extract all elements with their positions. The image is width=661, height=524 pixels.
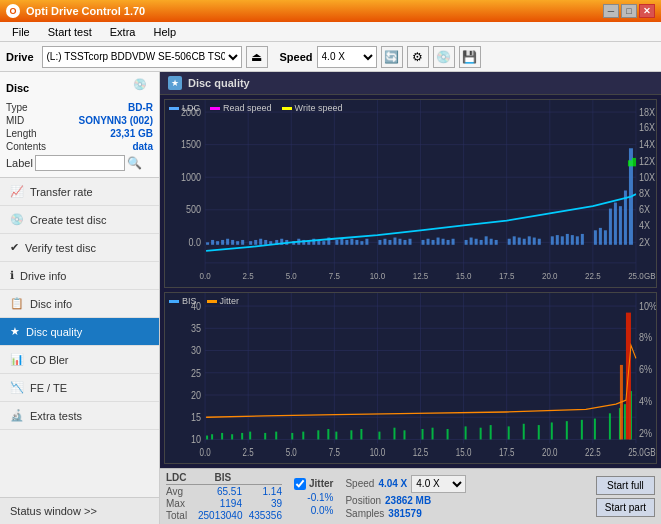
drive-info-icon: ℹ	[10, 269, 14, 282]
speed-select-sm[interactable]: 4.0 X	[411, 475, 466, 493]
svg-rect-110	[594, 230, 597, 244]
legend-read-speed: Read speed	[210, 103, 272, 113]
titlebar-controls[interactable]: ─ □ ✕	[603, 4, 655, 18]
sidebar-item-transfer-rate[interactable]: 📈 Transfer rate	[0, 178, 159, 206]
action-buttons: Start full Start part	[596, 476, 655, 517]
menu-file[interactable]: File	[4, 24, 38, 40]
start-full-button[interactable]: Start full	[596, 476, 655, 495]
disc-icon: 💿	[133, 78, 153, 98]
top-chart-legend: LDC Read speed Write speed	[169, 103, 342, 113]
svg-rect-166	[231, 434, 233, 439]
disc-quality-icon: ★	[10, 325, 20, 338]
disc-button[interactable]: 💿	[433, 46, 455, 68]
svg-rect-104	[556, 235, 559, 245]
app-icon: O	[6, 4, 20, 18]
svg-rect-187	[508, 426, 510, 439]
svg-text:5.0: 5.0	[286, 270, 297, 281]
minimize-button[interactable]: ─	[603, 4, 619, 18]
disc-type-row: Type BD-R	[6, 102, 153, 113]
speed-select[interactable]: 4.0 X	[317, 46, 377, 68]
stats-total-row: Total 25013040 435356	[166, 510, 282, 521]
svg-text:4X: 4X	[639, 219, 650, 231]
svg-rect-87	[447, 240, 450, 245]
samples-value: 381579	[388, 508, 421, 519]
svg-rect-163	[206, 436, 208, 440]
jitter-label: Jitter	[309, 478, 333, 489]
status-window-button[interactable]: Status window >>	[0, 497, 159, 524]
svg-text:5.0: 5.0	[286, 447, 297, 458]
svg-text:8X: 8X	[639, 187, 650, 199]
disc-length-row: Length 23,31 GB	[6, 128, 153, 139]
create-test-disc-icon: 💿	[10, 213, 24, 226]
position-value: 23862 MB	[385, 495, 431, 506]
avg-ldc: 65.51	[198, 486, 242, 497]
sidebar-item-fe-te[interactable]: 📉 FE / TE	[0, 374, 159, 402]
stats-max-row: Max 1194 39	[166, 498, 282, 509]
sidebar-item-create-test-disc[interactable]: 💿 Create test disc	[0, 206, 159, 234]
svg-text:GB: GB	[644, 270, 656, 281]
svg-rect-169	[264, 433, 266, 440]
svg-rect-184	[465, 426, 467, 439]
sidebar-item-disc-quality[interactable]: ★ Disc quality	[0, 318, 159, 346]
sidebar-item-extra-tests[interactable]: 🔬 Extra tests	[0, 402, 159, 430]
svg-rect-88	[452, 239, 455, 245]
svg-text:12.5: 12.5	[413, 447, 429, 458]
sidebar-item-label: Create test disc	[30, 214, 106, 226]
save-button[interactable]: 💾	[459, 46, 481, 68]
start-part-button[interactable]: Start part	[596, 498, 655, 517]
svg-rect-84	[432, 240, 435, 245]
svg-text:7.5: 7.5	[329, 270, 340, 281]
jitter-checkbox[interactable]	[294, 478, 306, 490]
svg-rect-95	[495, 240, 498, 245]
bis-header: BIS	[215, 472, 232, 483]
sidebar-item-drive-info[interactable]: ℹ Drive info	[0, 262, 159, 290]
svg-rect-103	[551, 236, 554, 244]
svg-rect-179	[393, 428, 395, 440]
drive-select[interactable]: (L:) TSSTcorp BDDVDW SE-506CB TS02	[42, 46, 242, 68]
svg-rect-170	[275, 432, 277, 440]
position-key: Position	[345, 495, 381, 506]
close-button[interactable]: ✕	[639, 4, 655, 18]
svg-rect-86	[442, 239, 445, 245]
sidebar-item-label: Verify test disc	[25, 242, 96, 254]
sidebar-item-verify-test-disc[interactable]: ✔ Verify test disc	[0, 234, 159, 262]
svg-rect-69	[340, 239, 343, 245]
menu-extra[interactable]: Extra	[102, 24, 144, 40]
svg-text:20: 20	[191, 389, 201, 401]
menu-start-test[interactable]: Start test	[40, 24, 100, 40]
bottom-chart-legend: BIS Jitter	[169, 296, 239, 306]
disc-label-search-icon[interactable]: 🔍	[127, 156, 142, 170]
maximize-button[interactable]: □	[621, 4, 637, 18]
svg-rect-52	[249, 241, 252, 245]
chart-title: Disc quality	[188, 77, 250, 89]
svg-rect-79	[398, 239, 401, 245]
refresh-button[interactable]: 🔄	[381, 46, 403, 68]
svg-text:18X: 18X	[639, 106, 655, 118]
eject-button[interactable]: ⏏	[246, 46, 268, 68]
svg-rect-192	[581, 420, 583, 440]
sidebar-item-cd-bler[interactable]: 📊 CD Bler	[0, 346, 159, 374]
svg-rect-194	[609, 413, 611, 439]
svg-rect-102	[538, 239, 541, 245]
sidebar-item-disc-info[interactable]: 📋 Disc info	[0, 290, 159, 318]
disc-label-input[interactable]	[35, 155, 125, 171]
svg-rect-92	[480, 240, 483, 245]
svg-rect-53	[254, 240, 257, 245]
svg-rect-68	[335, 240, 338, 245]
svg-rect-183	[447, 429, 449, 439]
svg-rect-55	[264, 240, 267, 245]
svg-rect-185	[480, 428, 482, 440]
settings-button[interactable]: ⚙	[407, 46, 429, 68]
svg-rect-107	[571, 235, 574, 245]
svg-rect-174	[327, 429, 329, 439]
disc-mid-value: SONYNN3 (002)	[79, 115, 153, 126]
svg-rect-189	[538, 425, 540, 439]
disc-length-label: Length	[6, 128, 37, 139]
svg-rect-97	[513, 236, 516, 244]
sidebar-item-label: Extra tests	[30, 410, 82, 422]
svg-rect-108	[576, 236, 579, 244]
disc-label-row: Label 🔍	[6, 155, 153, 171]
menu-help[interactable]: Help	[145, 24, 184, 40]
svg-rect-47	[221, 240, 224, 245]
avg-jitter: -0.1%	[294, 492, 333, 503]
